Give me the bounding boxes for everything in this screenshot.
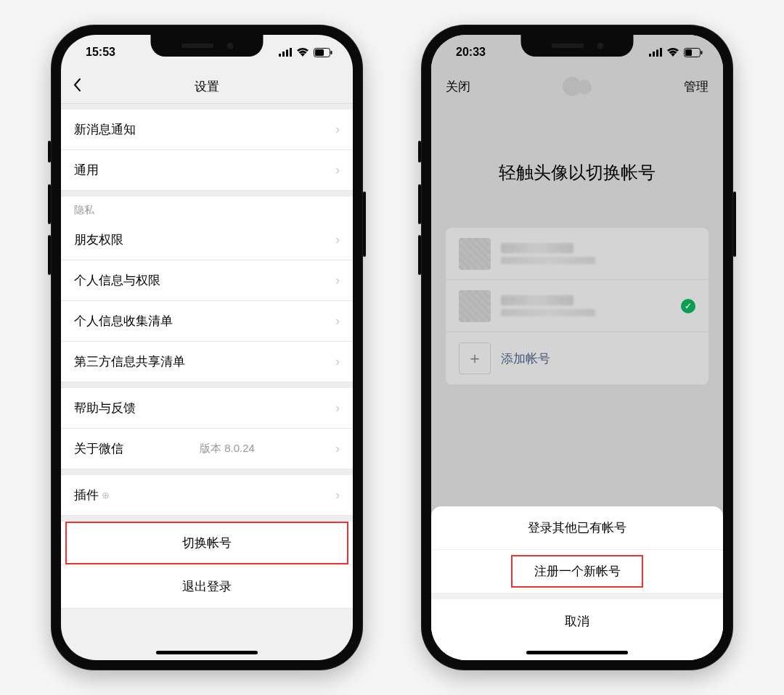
svg-rect-1 xyxy=(282,52,285,57)
row-general[interactable]: 通用 › xyxy=(61,150,353,191)
row-label: 切换帐号 xyxy=(182,535,232,551)
page-title: 设置 xyxy=(195,78,219,95)
row-label: 个人信息收集清单 xyxy=(74,313,173,329)
sheet-login-existing[interactable]: 登录其他已有帐号 xyxy=(431,506,723,550)
row-label: 个人信息与权限 xyxy=(74,272,160,289)
row-label: 帮助与反馈 xyxy=(74,400,136,416)
row-personal-info-collection-list[interactable]: 个人信息收集清单 › xyxy=(61,301,353,342)
row-friends-permission[interactable]: 朋友权限 › xyxy=(61,220,353,260)
svg-rect-6 xyxy=(331,51,332,54)
row-switch-account[interactable]: 切换帐号 xyxy=(61,522,353,565)
nav-bar: 设置 xyxy=(61,70,353,103)
row-help-feedback[interactable]: 帮助与反馈 › xyxy=(61,388,353,429)
chevron-right-icon: › xyxy=(335,400,340,416)
phone-right: 20:33 关闭 管理 轻触头像以切换帐号 xyxy=(421,25,733,670)
chevron-right-icon: › xyxy=(335,354,340,369)
battery-icon xyxy=(314,48,332,57)
phone-left: 15:53 设置 新消息通知 › xyxy=(51,25,363,670)
chevron-right-icon: › xyxy=(335,273,340,288)
chevron-right-icon: › xyxy=(335,488,340,503)
row-logout[interactable]: 退出登录 xyxy=(61,565,353,609)
row-label: 插件 xyxy=(74,487,99,503)
screen-switch-account: 20:33 关闭 管理 轻触头像以切换帐号 xyxy=(431,35,723,660)
section-header-privacy: 隐私 xyxy=(61,191,353,220)
row-label: 新消息通知 xyxy=(74,121,136,138)
row-label: 退出登录 xyxy=(182,578,232,595)
wifi-icon xyxy=(296,48,309,57)
svg-rect-2 xyxy=(286,50,288,57)
svg-rect-3 xyxy=(290,48,292,57)
action-sheet: 登录其他已有帐号 注册一个新帐号 取消 xyxy=(431,506,723,660)
chevron-right-icon: › xyxy=(335,441,340,456)
back-button[interactable] xyxy=(73,76,81,96)
about-version: 版本 8.0.24 xyxy=(200,442,255,456)
sheet-register-new[interactable]: 注册一个新帐号 xyxy=(431,550,723,593)
sheet-label: 注册一个新帐号 xyxy=(534,563,621,580)
row-about[interactable]: 关于微信 版本 8.0.24 › xyxy=(61,429,353,469)
screen-settings: 15:53 设置 新消息通知 › xyxy=(61,35,353,660)
row-plugins[interactable]: 插件 ⊕ › xyxy=(61,475,353,516)
signal-icon xyxy=(279,48,292,57)
svg-rect-0 xyxy=(279,54,281,57)
notch xyxy=(521,35,634,57)
chevron-right-icon: › xyxy=(335,122,340,137)
chevron-right-icon: › xyxy=(335,313,340,329)
home-indicator[interactable] xyxy=(156,651,258,654)
svg-rect-5 xyxy=(315,49,324,56)
row-thirdparty-info-sharing-list[interactable]: 第三方信息共享清单 › xyxy=(61,342,353,382)
home-indicator[interactable] xyxy=(526,651,628,654)
sheet-cancel[interactable]: 取消 xyxy=(431,599,723,643)
row-label: 第三方信息共享清单 xyxy=(74,353,185,370)
sheet-label: 取消 xyxy=(565,613,589,630)
chevron-right-icon: › xyxy=(335,232,340,247)
status-time: 15:53 xyxy=(86,46,115,59)
row-new-message-notifications[interactable]: 新消息通知 › xyxy=(61,110,353,150)
sheet-label: 登录其他已有帐号 xyxy=(528,519,626,536)
row-label: 关于微信 xyxy=(74,440,123,457)
row-label: 通用 xyxy=(74,162,99,178)
chevron-right-icon: › xyxy=(335,163,340,178)
row-personal-info-permission[interactable]: 个人信息与权限 › xyxy=(61,260,353,301)
notch xyxy=(151,35,264,57)
row-label: 朋友权限 xyxy=(74,231,123,248)
plugin-badge-icon: ⊕ xyxy=(102,490,110,501)
